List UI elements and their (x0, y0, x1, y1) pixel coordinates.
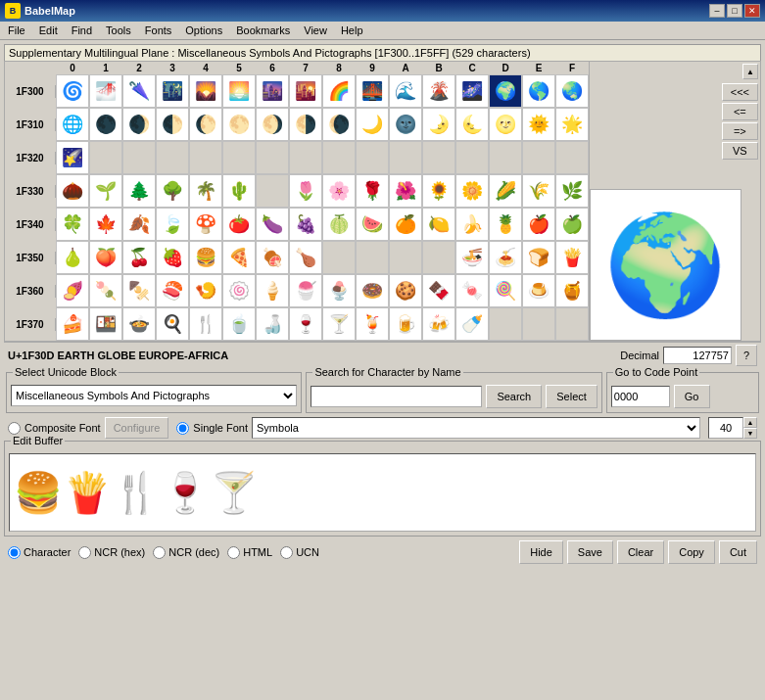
cell-1F31C[interactable]: 🌜 (455, 108, 489, 141)
cell-1F36A[interactable]: 🍪 (389, 274, 422, 307)
cell-1F379[interactable]: 🍹 (356, 307, 389, 341)
cell-1F30C[interactable]: 🌌 (455, 74, 489, 108)
format-ncrhex-radio[interactable] (78, 546, 91, 559)
cell-1F35D[interactable]: 🍝 (489, 241, 522, 274)
cell-1F339[interactable]: 🌹 (356, 174, 389, 208)
cell-1F370[interactable]: 🍰 (56, 307, 89, 341)
cell-1F34A[interactable]: 🍊 (389, 208, 422, 241)
search-input[interactable] (311, 386, 482, 407)
minimize-button[interactable]: – (709, 4, 725, 18)
cell-1F324[interactable] (189, 141, 222, 174)
cell-1F35A[interactable] (389, 241, 422, 274)
cell-1F362[interactable]: 🍢 (122, 274, 156, 307)
cell-1F341[interactable]: 🍁 (89, 208, 122, 241)
cell-1F311[interactable]: 🌑 (89, 108, 122, 141)
cell-1F367[interactable]: 🍧 (289, 274, 322, 307)
cell-1F342[interactable]: 🍂 (122, 208, 156, 241)
menu-fonts[interactable]: Fonts (139, 23, 178, 38)
cell-1F37C[interactable]: 🍼 (455, 307, 489, 341)
cell-1F33F[interactable]: 🌿 (555, 174, 589, 208)
copy-button[interactable]: Copy (668, 540, 715, 564)
cell-1F351[interactable]: 🍑 (89, 241, 122, 274)
cell-1F32A[interactable] (389, 141, 422, 174)
cell-1F302[interactable]: 🌂 (122, 74, 156, 108)
cell-1F309[interactable]: 🌉 (356, 74, 389, 108)
menu-file[interactable]: File (2, 23, 31, 38)
cell-1F322[interactable] (122, 141, 156, 174)
cell-1F30A[interactable]: 🌊 (389, 74, 422, 108)
format-html-radio[interactable] (227, 546, 240, 559)
cell-1F333[interactable]: 🌳 (156, 174, 189, 208)
cell-1F337[interactable]: 🌷 (289, 174, 322, 208)
cell-1F348[interactable]: 🍈 (322, 208, 356, 241)
cell-1F328[interactable] (322, 141, 356, 174)
cell-1F30F[interactable]: 🌏 (555, 74, 589, 108)
clear-button[interactable]: Clear (617, 540, 664, 564)
cell-1F33E[interactable]: 🌾 (522, 174, 555, 208)
font-select[interactable]: Symbola (252, 417, 700, 439)
font-size-up-button[interactable]: ▲ (743, 417, 757, 428)
cell-1F34F[interactable]: 🍏 (555, 208, 589, 241)
cell-1F315[interactable]: 🌕 (222, 108, 256, 141)
hide-button[interactable]: Hide (519, 540, 563, 564)
cell-1F376[interactable]: 🍶 (256, 307, 289, 341)
cell-1F304[interactable]: 🌄 (189, 74, 222, 108)
cell-1F353[interactable]: 🍓 (156, 241, 189, 274)
cell-1F359[interactable] (356, 241, 389, 274)
cell-1F35B[interactable] (422, 241, 455, 274)
cell-1F338[interactable]: 🌸 (322, 174, 356, 208)
cell-1F327[interactable] (289, 141, 322, 174)
cell-1F30E[interactable]: 🌎 (522, 74, 555, 108)
cell-1F357[interactable]: 🍗 (289, 241, 322, 274)
cell-1F37D[interactable] (489, 307, 522, 341)
cell-1F364[interactable]: 🍤 (189, 274, 222, 307)
cell-1F31D[interactable]: 🌝 (489, 108, 522, 141)
cell-1F365[interactable]: 🍥 (222, 274, 256, 307)
composite-font-radio[interactable] (8, 422, 21, 435)
menu-bookmarks[interactable]: Bookmarks (230, 23, 296, 38)
font-size-down-button[interactable]: ▼ (743, 428, 757, 439)
search-button[interactable]: Search (486, 385, 542, 408)
cell-1F317[interactable]: 🌗 (289, 108, 322, 141)
font-size-input[interactable] (708, 417, 743, 439)
cell-1F343[interactable]: 🍃 (156, 208, 189, 241)
cell-1F306[interactable]: 🌆 (256, 74, 289, 108)
cell-1F32C[interactable] (455, 141, 489, 174)
cell-1F374[interactable]: 🍴 (189, 307, 222, 341)
right-button[interactable]: => (722, 122, 758, 140)
cell-1F312[interactable]: 🌒 (122, 108, 156, 141)
configure-button[interactable]: Configure (105, 417, 169, 439)
cell-1F34B[interactable]: 🍋 (422, 208, 455, 241)
menu-find[interactable]: Find (66, 23, 98, 38)
cell-1F36C[interactable]: 🍬 (455, 274, 489, 307)
unicode-block-select[interactable]: Miscellaneous Symbols And Pictographs (11, 385, 297, 406)
select-button[interactable]: Select (546, 385, 598, 408)
cell-1F34D[interactable]: 🍍 (489, 208, 522, 241)
cell-1F331[interactable]: 🌱 (89, 174, 122, 208)
cell-1F33B[interactable]: 🌻 (422, 174, 455, 208)
cell-1F318[interactable]: 🌘 (322, 108, 356, 141)
cell-1F332[interactable]: 🌲 (122, 174, 156, 208)
cell-1F321[interactable] (89, 141, 122, 174)
cell-1F330[interactable]: 🌰 (56, 174, 89, 208)
cell-1F37F[interactable] (555, 307, 589, 341)
cell-1F35E[interactable]: 🍞 (522, 241, 555, 274)
cell-1F349[interactable]: 🍉 (356, 208, 389, 241)
cell-1F300[interactable]: 🌀 (56, 74, 89, 108)
prev-block-button[interactable]: <<< (722, 83, 758, 101)
cell-1F354[interactable]: 🍔 (189, 241, 222, 274)
cell-1F347[interactable]: 🍇 (289, 208, 322, 241)
go-button[interactable]: Go (674, 385, 710, 408)
cell-1F35F[interactable]: 🍟 (555, 241, 589, 274)
cell-1F366[interactable]: 🍦 (256, 274, 289, 307)
cell-1F371[interactable]: 🍱 (89, 307, 122, 341)
cell-1F368[interactable]: 🍨 (322, 274, 356, 307)
vs-button[interactable]: VS (722, 142, 758, 160)
menu-options[interactable]: Options (179, 23, 228, 38)
cell-1F37B[interactable]: 🍻 (422, 307, 455, 341)
cell-1F372[interactable]: 🍲 (122, 307, 156, 341)
single-font-radio[interactable] (176, 422, 189, 435)
cell-1F305[interactable]: 🌅 (222, 74, 256, 108)
cell-1F377[interactable]: 🍷 (289, 307, 322, 341)
cell-1F307[interactable]: 🌇 (289, 74, 322, 108)
